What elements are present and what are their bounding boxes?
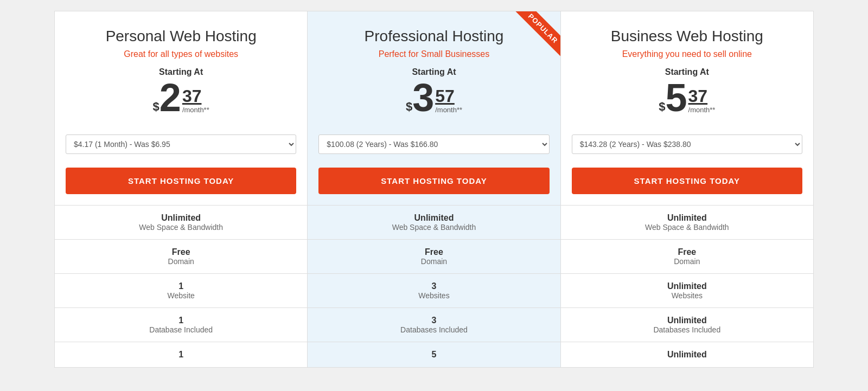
plan-cta-wrapper: START HOSTING TODAY (55, 162, 307, 205)
plan-subtitle: Great for all types of websites (66, 49, 296, 59)
feature-value: 3 (318, 316, 549, 325)
price-period: /month** (182, 106, 209, 114)
features-section: Unlimited Web Space & Bandwidth Free Dom… (561, 205, 813, 367)
feature-value: 5 (318, 350, 549, 360)
price-cents-block: 37 /month** (182, 87, 209, 114)
pricing-table: Personal Web Hosting Great for all types… (54, 11, 814, 368)
feature-label: Domain (318, 257, 549, 266)
price-dollar-sign: $ (406, 101, 412, 113)
plan-select[interactable]: $100.08 (2 Years) - Was $166.80$64.68 (1… (318, 134, 549, 154)
plan-select[interactable]: $4.17 (1 Month) - Was $6.95$3.17 (12 Mon… (66, 134, 296, 154)
feature-row-1: Free Domain (308, 239, 560, 273)
plan-header: Personal Web Hosting Great for all types… (55, 11, 307, 129)
feature-row-3: 3 Databases Included (308, 307, 560, 342)
feature-row-3: 1 Database Included (55, 307, 307, 342)
feature-label: Databases Included (318, 325, 549, 334)
feature-value: 3 (318, 281, 549, 291)
feature-row-1: Free Domain (55, 239, 307, 273)
feature-value: Unlimited (572, 281, 802, 291)
feature-row-2: Unlimited Websites (561, 273, 813, 307)
feature-value: 1 (66, 316, 296, 325)
plan-personal: Personal Web Hosting Great for all types… (55, 11, 308, 367)
plan-select-wrapper: $100.08 (2 Years) - Was $166.80$64.68 (1… (308, 129, 560, 162)
feature-value: 1 (66, 281, 296, 291)
plan-cta-wrapper: START HOSTING TODAY (308, 162, 560, 205)
feature-value: Free (66, 247, 296, 257)
feature-row-2: 3 Websites (308, 273, 560, 307)
plan-title: Business Web Hosting (572, 28, 802, 45)
plan-select[interactable]: $143.28 (2 Years) - Was $238.80$92.28 (1… (572, 134, 802, 154)
plan-select-wrapper: $143.28 (2 Years) - Was $238.80$92.28 (1… (561, 129, 813, 162)
price-row: $ 5 37 /month** (572, 78, 802, 117)
features-section: Unlimited Web Space & Bandwidth Free Dom… (55, 205, 307, 367)
plan-header: Business Web Hosting Everything you need… (561, 11, 813, 129)
price-cents: 37 (688, 87, 708, 106)
feature-value: Unlimited (572, 350, 802, 360)
feature-label: Web Space & Bandwidth (318, 223, 549, 232)
features-section: Unlimited Web Space & Bandwidth Free Dom… (308, 205, 560, 367)
price-main: 2 (159, 78, 181, 117)
price-main: 3 (412, 78, 434, 117)
feature-label: Web Space & Bandwidth (66, 223, 296, 232)
price-period: /month** (688, 106, 716, 114)
popular-label: POPULAR (515, 11, 560, 56)
price-cents-block: 57 /month** (435, 87, 462, 114)
feature-label: Databases Included (572, 325, 802, 334)
price-main: 5 (665, 78, 687, 117)
feature-row-0: Unlimited Web Space & Bandwidth (561, 205, 813, 239)
feature-value: Unlimited (572, 316, 802, 325)
feature-row-3: Unlimited Databases Included (561, 307, 813, 342)
feature-value: Unlimited (572, 213, 802, 223)
feature-row-0: Unlimited Web Space & Bandwidth (55, 205, 307, 239)
plan-title: Personal Web Hosting (66, 28, 296, 45)
feature-row-2: 1 Website (55, 273, 307, 307)
plan-cta-wrapper: START HOSTING TODAY (561, 162, 813, 205)
feature-row-4: 1 (55, 342, 307, 367)
feature-row-4: Unlimited (561, 342, 813, 367)
cta-button[interactable]: START HOSTING TODAY (66, 168, 296, 194)
price-cents-block: 37 /month** (688, 87, 716, 114)
feature-row-4: 5 (308, 342, 560, 367)
popular-ribbon: POPULAR (506, 11, 560, 66)
cta-button[interactable]: START HOSTING TODAY (572, 168, 802, 194)
feature-value: Free (318, 247, 549, 257)
plan-business: Business Web Hosting Everything you need… (561, 11, 813, 367)
plan-select-wrapper: $4.17 (1 Month) - Was $6.95$3.17 (12 Mon… (55, 129, 307, 162)
feature-value: 1 (66, 350, 296, 360)
price-row: $ 3 57 /month** (318, 78, 549, 117)
price-period: /month** (435, 106, 462, 114)
price-row: $ 2 37 /month** (66, 78, 296, 117)
feature-label: Websites (318, 291, 549, 300)
feature-value: Unlimited (318, 213, 549, 223)
price-dollar-sign: $ (153, 101, 159, 113)
price-cents: 57 (435, 87, 455, 106)
plan-professional: POPULAR Professional Hosting Perfect for… (308, 11, 560, 367)
feature-value: Free (572, 247, 802, 257)
feature-row-1: Free Domain (561, 239, 813, 273)
feature-label: Websites (572, 291, 802, 300)
price-cents: 37 (182, 87, 202, 106)
cta-button[interactable]: START HOSTING TODAY (318, 168, 549, 194)
feature-value: Unlimited (66, 213, 296, 223)
feature-label: Database Included (66, 325, 296, 334)
feature-label: Domain (66, 257, 296, 266)
feature-row-0: Unlimited Web Space & Bandwidth (308, 205, 560, 239)
plan-subtitle: Everything you need to sell online (572, 49, 802, 59)
feature-label: Website (66, 291, 296, 300)
price-dollar-sign: $ (659, 101, 665, 113)
feature-label: Web Space & Bandwidth (572, 223, 802, 232)
feature-label: Domain (572, 257, 802, 266)
